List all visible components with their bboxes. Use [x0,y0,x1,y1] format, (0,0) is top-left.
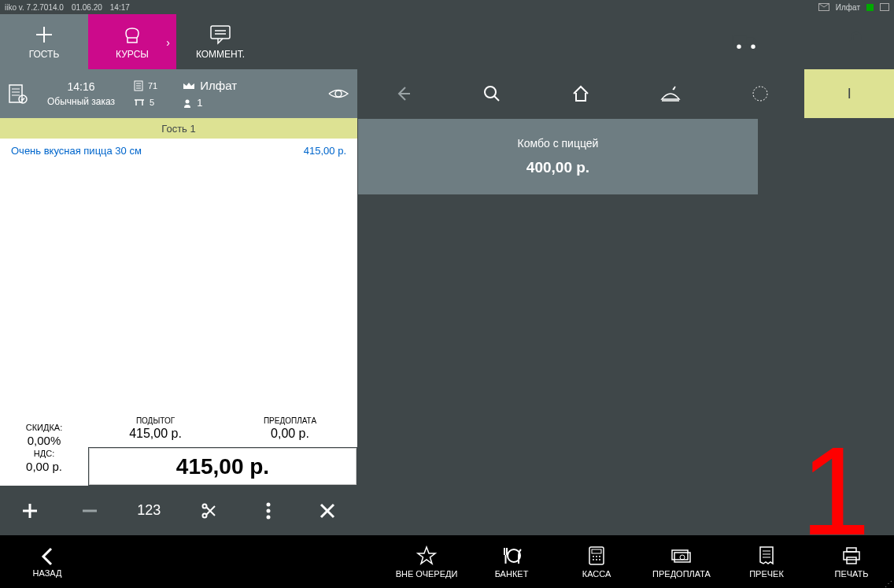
prepay-button[interactable]: ПРЕДОПЛАТА [639,545,724,579]
status-indicator-icon [866,4,874,11]
more-button[interactable] [238,486,298,535]
discount-box[interactable]: СКИДКА: 0,00% НДС: 0,00 р. [0,409,88,486]
svg-point-20 [753,87,767,101]
order-item-price: 415,00 р. [304,145,346,157]
courses-label: КУРСЫ [116,49,149,60]
svg-rect-23 [592,549,601,553]
svg-rect-1 [211,26,230,39]
back-button[interactable]: НАЗАД [0,546,94,578]
svg-rect-9 [9,85,22,102]
nav-home-button[interactable] [536,69,626,118]
resize-grip-icon[interactable]: ⋰ [885,582,892,586]
nav-search-button[interactable] [447,69,537,118]
view-button[interactable] [327,87,349,101]
delivery-button[interactable] [732,28,760,56]
totals-panel: СКИДКА: 0,00% НДС: 0,00 р. ПОДЫТОГ 415,0… [0,409,357,486]
qty-plus-button[interactable] [0,486,60,535]
vat-label: НДС: [34,449,54,458]
courses-button[interactable]: КУРСЫ › [88,14,176,69]
comment-icon [209,24,232,46]
guest-header-label: Гость 1 [161,123,195,135]
nav-settings-button[interactable] [715,69,805,118]
comment-label: КОММЕНТ. [196,49,245,60]
chef-hat-icon [121,24,143,46]
chevron-right-icon: › [166,36,170,49]
guest-button[interactable]: ГОСТЬ [0,14,88,69]
svg-rect-6 [790,40,812,43]
lock-button[interactable] [842,28,870,56]
delete-button[interactable] [297,486,357,535]
order-list-icon[interactable] [8,83,28,104]
order-panel: 14:16 Обычный заказ 71 5 Илфат 1 Гость 1… [0,69,357,535]
menu-grid: Комбо с пиццей 400,00 р. 1 [357,118,894,535]
svg-rect-35 [847,557,856,564]
svg-point-16 [266,502,270,506]
precheck-label: ПРЕЧЕК [749,569,784,579]
svg-point-17 [266,508,270,512]
quantity-toolbar: 123 [0,486,357,535]
cash-label: КАССА [582,569,611,579]
subtotal-label: ПОДЫТОГ [136,416,175,425]
order-list-area[interactable] [0,162,357,409]
prepay-label: ПРЕДОПЛАТА [652,569,711,579]
chevron-left-icon [40,546,54,567]
mail-icon[interactable] [818,3,829,11]
order-line[interactable]: Очень вкусная пицца 30 см 415,00 р. [0,139,357,162]
waiter-name: Илфат [200,79,237,92]
precheck-button[interactable]: ПРЕЧЕК [724,545,809,579]
order-type: Обычный заказ [47,96,115,107]
svg-point-26 [599,556,600,557]
grand-total-box[interactable]: 415,00 р. [89,448,356,485]
guest-label: ГОСТЬ [29,49,60,60]
svg-point-29 [599,559,600,560]
receipt-icon [134,80,143,91]
crown-icon [183,81,195,91]
menu-item-price: 400,00 р. [526,159,589,176]
nav-popular-button[interactable] [626,69,715,118]
comment-button[interactable]: КОММЕНТ. [176,14,264,69]
cash-button[interactable]: КАССА [554,545,639,579]
star-icon [416,545,437,566]
discount-value: 0,00% [28,434,61,447]
print-label: ПЕЧАТЬ [835,569,869,579]
svg-point-31 [680,555,685,560]
banquet-label: БАНКЕТ [495,569,529,579]
numpad-button[interactable]: 123 [119,486,179,535]
menu-panel: I Комбо с пиццей 400,00 р. 1 [357,69,894,535]
svg-rect-8 [849,40,863,51]
app-version: iiko v. 7.2.7014.0 [5,3,64,12]
banquet-button[interactable]: БАНКЕТ [469,545,554,579]
nav-category-button[interactable]: I [804,69,894,118]
user-name: Илфат [836,3,860,12]
svg-rect-34 [844,552,859,560]
svg-rect-7 [790,46,812,50]
order-header: 14:16 Обычный заказ 71 5 Илфат 1 [0,69,357,118]
discount-label: СКИДКА: [26,423,63,432]
receipt-check-icon [758,545,775,566]
window-icon[interactable] [880,3,889,11]
grand-total: 415,00 р. [176,454,269,479]
plus-icon [33,24,55,46]
money-icon [670,545,693,566]
order-item-name: Очень вкусная пицца 30 см [11,145,142,157]
split-button[interactable] [179,486,238,535]
svg-point-24 [593,556,594,557]
menu-item[interactable]: Комбо с пиццей 400,00 р. [358,119,758,194]
menu-button[interactable] [787,28,815,56]
person-icon [183,98,192,108]
guest-count: 1 [197,97,202,109]
cutlery-icon [500,545,523,566]
guest-header[interactable]: Гость 1 [0,118,357,139]
qty-minus-button[interactable] [60,486,120,535]
menu-nav: I [357,69,894,118]
priority-button[interactable]: ВНЕ ОЧЕРЕДИ [384,545,469,579]
table-number: 5 [150,98,154,107]
menu-item-name: Комбо с пиццей [518,137,599,150]
nav-back-button[interactable] [357,69,447,118]
svg-point-18 [266,515,270,519]
prepay-box: ПРЕДОПЛАТА 0,00 р. [223,409,357,447]
print-button[interactable]: ПЕЧАТЬ [809,545,894,579]
printer-icon [841,545,862,566]
svg-point-4 [750,44,755,50]
numpad-label: 123 [137,502,161,519]
